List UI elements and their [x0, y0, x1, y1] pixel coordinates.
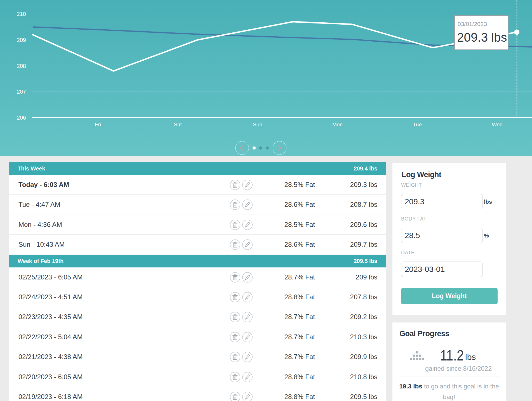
- svg-text:208: 208: [17, 63, 26, 69]
- svg-text:Wed: Wed: [492, 122, 503, 127]
- svg-text:210: 210: [17, 11, 26, 17]
- svg-text:Sun: Sun: [253, 122, 262, 127]
- svg-text:Fri: Fri: [95, 122, 101, 127]
- svg-text:206: 206: [17, 115, 26, 121]
- svg-text:Sat: Sat: [174, 122, 182, 127]
- svg-text:Tue: Tue: [413, 122, 422, 127]
- svg-text:209: 209: [17, 37, 26, 43]
- svg-text:Mon: Mon: [332, 122, 343, 127]
- svg-text:207: 207: [17, 89, 26, 95]
